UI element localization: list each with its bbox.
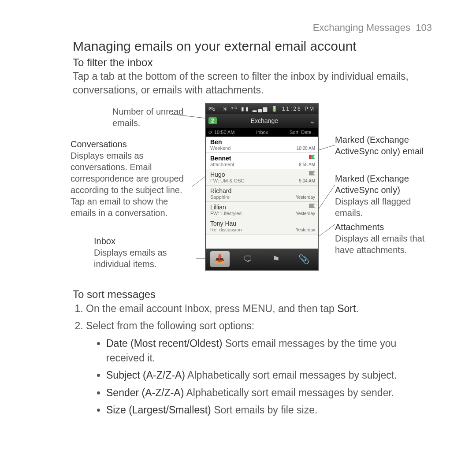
sort-option: Size (Largest/Smallest) Sort emails by f… <box>106 403 436 417</box>
section-heading: Managing emails on your external email a… <box>73 39 436 54</box>
sort-indicator[interactable]: Sort: Date ↓ <box>290 130 315 135</box>
sub-bar: ⟳ 10:50 AM Inbox Sort: Date ↓ <box>206 128 318 137</box>
sort-option: Date (Most recent/Oldest) Sorts email me… <box>106 336 436 366</box>
sort-options: Date (Most recent/Oldest) Sorts email me… <box>106 336 436 418</box>
status-icons: ⤭ ³ᴳ ▮▮ ▂▄▆ 🔋 11:26 PM <box>223 106 315 112</box>
mail-row[interactable]: LillianFW: 'Lifestyles'Yesterday <box>206 202 318 218</box>
tab-inbox[interactable]: 📥 <box>210 251 230 267</box>
step-1: On the email account Inbox, press MENU, … <box>86 301 436 316</box>
account-name[interactable]: Exchange <box>219 117 309 124</box>
sender-name: Tony Hau <box>210 220 315 227</box>
time-label: Yesterday <box>296 195 315 200</box>
steps-list: On the email account Inbox, press MENU, … <box>86 301 436 417</box>
refresh-time: 10:50 AM <box>214 130 234 135</box>
mail-row[interactable]: Bennetattachment9:58 AM <box>206 153 318 169</box>
sender-name: Hugo <box>210 171 315 178</box>
tab-marked[interactable]: ⚑ <box>266 251 286 267</box>
title-bar: 2 Exchange ⌄ <box>206 114 318 128</box>
step-2: Select from the following sort options: … <box>86 319 436 417</box>
mail-row[interactable]: Tony HauRe: discussionYesterday <box>206 218 318 234</box>
sender-name: Ben <box>210 138 315 145</box>
callout-unread: Number of unread emails. <box>112 106 201 129</box>
phone-screenshot: ✉₂ ⤭ ³ᴳ ▮▮ ▂▄▆ 🔋 11:26 PM 2 Exchange ⌄ ⟳… <box>205 103 319 271</box>
mail-row[interactable]: HugoFW: UM & OSG9:04 AM <box>206 169 318 186</box>
chapter-name: Exchanging Messages <box>313 22 410 33</box>
mail-list: BenWeekend10:28 AMBennetattachment9:58 A… <box>206 137 318 250</box>
callout-conversations: Conversations Displays emails as convers… <box>71 138 194 219</box>
callout-marked-email: Marked (Exchange ActiveSync only) email <box>335 134 436 157</box>
folder-label[interactable]: Inbox <box>234 130 289 135</box>
time-label: 9:04 AM <box>299 178 315 183</box>
mail-row[interactable]: RichardSapphireYesterday <box>206 186 318 202</box>
page-header: Exchanging Messages 103 <box>313 22 432 33</box>
chevron-down-icon[interactable]: ⌄ <box>309 117 315 125</box>
status-bar: ✉₂ ⤭ ³ᴳ ▮▮ ▂▄▆ 🔋 11:26 PM <box>206 104 318 114</box>
subsection-filter: To filter the inbox <box>73 56 436 69</box>
filter-tabbar: 📥 🗨 ⚑ 📎 <box>206 249 318 270</box>
time-label: Yesterday <box>296 211 315 216</box>
tab-attachments[interactable]: 📎 <box>294 251 313 267</box>
sender-name: Lillian <box>210 204 315 211</box>
callout-attachments: Attachments Displays all emails that hav… <box>335 221 441 256</box>
sort-option: Subject (A-Z/Z-A) Alphabetically sort em… <box>106 368 436 383</box>
time-label: 9:58 AM <box>299 162 315 167</box>
tab-conversations[interactable]: 🗨 <box>238 251 257 267</box>
sort-option: Sender (A-Z/Z-A) Alphabetically sort ema… <box>106 386 436 400</box>
time-label: 10:28 AM <box>297 146 315 151</box>
callout-inbox: Inbox Displays emails as individual item… <box>94 235 195 270</box>
unread-badge[interactable]: 2 <box>208 117 217 124</box>
sender-name: Richard <box>210 187 315 194</box>
sender-name: Bennet <box>210 155 315 162</box>
subsection-sort: To sort messages <box>73 288 436 301</box>
mail-row[interactable]: BenWeekend10:28 AM <box>206 137 318 153</box>
page-number: 103 <box>416 22 432 33</box>
refresh-icon[interactable]: ⟳ <box>208 130 212 135</box>
intro-text: Tap a tab at the bottom of the screen to… <box>73 70 436 97</box>
time-label: Yesterday <box>296 227 315 232</box>
notification-icon: ✉₂ <box>208 106 215 112</box>
callout-marked-tab: Marked (Exchange ActiveSync only) Displa… <box>335 173 441 219</box>
